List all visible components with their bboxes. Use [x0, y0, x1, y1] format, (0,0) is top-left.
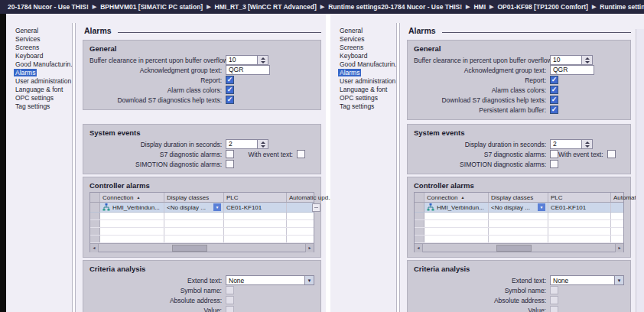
- breadcrumb-project-left[interactable]: 20-1784 Nucor - Use THIS!: [8, 3, 89, 11]
- symbol-name-checkbox[interactable]: [226, 286, 234, 294]
- sidebar-item-keyboard[interactable]: Keyboard: [14, 52, 72, 60]
- sidebar-item-opc-settings[interactable]: OPC settings: [14, 94, 72, 102]
- breadcrumb-runtime-right[interactable]: Runtime settings: [600, 3, 644, 11]
- simotion-diagnostic-label: SIMOTION diagnostic alarms:: [414, 161, 550, 168]
- display-classes-dropdown-icon[interactable]: ▼: [538, 203, 545, 211]
- breadcrumb-station-left[interactable]: BPHMVM01 [SIMATIC PC station]: [100, 3, 203, 11]
- sidebar-item-services[interactable]: Services: [14, 35, 72, 44]
- sidebar-item-user-administration[interactable]: User administration: [14, 77, 72, 86]
- buffer-clearance-input[interactable]: 10: [550, 55, 593, 65]
- col-plc[interactable]: PLC: [548, 193, 611, 202]
- value-checkbox[interactable]: [226, 306, 234, 312]
- table-row[interactable]: HMI_Verbindun... <No display ...▼ CE01-K…: [415, 203, 623, 213]
- simotion-diagnostic-checkbox[interactable]: [550, 160, 558, 168]
- ack-group-input[interactable]: QGR: [226, 65, 270, 75]
- extend-text-select[interactable]: None ▼: [226, 275, 314, 285]
- scrollbar-thumb[interactable]: [172, 245, 207, 252]
- spin-up-icon[interactable]: [261, 57, 265, 60]
- spin-down-icon[interactable]: [261, 61, 265, 63]
- extend-text-select[interactable]: None ▼: [550, 275, 624, 285]
- spin-up-icon[interactable]: [585, 57, 590, 60]
- spin-down-icon[interactable]: [261, 145, 265, 148]
- sidebar-splitter[interactable]: [396, 23, 400, 312]
- scroll-right-icon[interactable]: ►: [305, 244, 314, 252]
- spin-down-icon[interactable]: [585, 145, 590, 148]
- breadcrumb-hmi-left[interactable]: HMI_RT_3 [WinCC RT Advanced]: [215, 3, 317, 11]
- symbol-name-checkbox[interactable]: [550, 286, 558, 294]
- sidebar-item-alarms[interactable]: Alarms: [338, 69, 396, 77]
- dropdown-icon[interactable]: ▼: [304, 276, 314, 284]
- general-section-title: General: [89, 44, 314, 53]
- spinner-buttons[interactable]: [258, 139, 268, 149]
- sidebar-item-general[interactable]: General: [338, 27, 396, 35]
- automatic-update-checkbox[interactable]: [312, 203, 320, 212]
- report-checkbox[interactable]: [550, 76, 558, 84]
- horizontal-scrollbar[interactable]: ◄ ►: [90, 243, 314, 252]
- spin-down-icon[interactable]: [585, 61, 590, 63]
- with-event-text-checkbox[interactable]: [607, 150, 616, 158]
- display-duration-input[interactable]: 2: [550, 139, 593, 149]
- ack-group-input[interactable]: QGR: [550, 65, 594, 75]
- sidebar-item-language-font[interactable]: Language & font: [338, 86, 396, 94]
- col-connection[interactable]: Connection: [427, 194, 457, 201]
- breadcrumb-runtime-left[interactable]: Runtime settings: [328, 3, 381, 11]
- breadcrumb-device-right[interactable]: OP01-KF98 [TP1200 Comfort]: [497, 3, 588, 11]
- sidebar-item-tag-settings[interactable]: Tag settings: [338, 102, 396, 111]
- display-classes-cell: <No display ...: [167, 204, 206, 211]
- sidebar-item-alarms[interactable]: Alarms: [14, 69, 72, 77]
- alarm-class-colors-label: Alarm class colors:: [414, 86, 550, 94]
- display-duration-input[interactable]: 2: [226, 139, 268, 149]
- breadcrumb-project-right[interactable]: 20-1784 Nucor - Use THIS!: [381, 3, 462, 11]
- spinner-buttons[interactable]: [258, 55, 268, 65]
- table-row[interactable]: HMI_Verbindun... <No display ...▼ CE01-K…: [90, 203, 314, 213]
- spinner-buttons[interactable]: [582, 55, 593, 65]
- sidebar-item-general[interactable]: General: [14, 27, 72, 35]
- breadcrumb-hmi-right[interactable]: HMI: [473, 3, 486, 11]
- absolute-address-checkbox[interactable]: [226, 296, 234, 304]
- spin-up-icon[interactable]: [585, 141, 590, 144]
- s7-diagnostic-checkbox[interactable]: [226, 150, 234, 158]
- spinner-buttons[interactable]: [582, 139, 593, 149]
- value-checkbox[interactable]: [550, 306, 558, 312]
- alarm-class-colors-checkbox[interactable]: [550, 86, 558, 94]
- left-edge-strip: [0, 14, 6, 312]
- table-row-empty: [90, 236, 314, 243]
- with-event-text-label: With event text:: [248, 151, 297, 158]
- sidebar-item-screens[interactable]: Screens: [338, 44, 396, 52]
- sidebar-item-good-manufacturing[interactable]: Good Manufacturin...: [14, 60, 72, 69]
- scroll-right-icon[interactable]: ►: [615, 244, 623, 252]
- sidebar-item-keyboard[interactable]: Keyboard: [338, 52, 396, 60]
- sidebar-item-services[interactable]: Services: [338, 35, 396, 44]
- sidebar-item-tag-settings[interactable]: Tag settings: [14, 102, 72, 111]
- sidebar-splitter[interactable]: [72, 23, 76, 312]
- sidebar-item-language-font[interactable]: Language & font: [14, 86, 72, 94]
- vertical-scroll-strip[interactable]: [636, 29, 644, 312]
- buffer-clearance-input[interactable]: 10: [226, 55, 268, 65]
- sidebar-item-opc-settings[interactable]: OPC settings: [338, 94, 396, 102]
- sidebar-item-user-administration[interactable]: User administration: [338, 77, 396, 86]
- persistent-buffer-checkbox[interactable]: [550, 106, 558, 114]
- simotion-diagnostic-checkbox[interactable]: [226, 160, 234, 168]
- sidebar-item-screens[interactable]: Screens: [14, 44, 72, 52]
- col-plc[interactable]: PLC: [224, 193, 287, 202]
- alarm-class-colors-checkbox[interactable]: [226, 86, 234, 94]
- with-event-text-checkbox[interactable]: [297, 150, 305, 158]
- col-display-classes[interactable]: Display classes: [489, 193, 548, 202]
- report-checkbox[interactable]: [226, 76, 234, 84]
- scroll-left-icon[interactable]: ◄: [90, 244, 99, 252]
- scroll-left-icon[interactable]: ◄: [415, 244, 423, 252]
- horizontal-scrollbar[interactable]: ◄ ►: [415, 243, 623, 252]
- spin-up-icon[interactable]: [261, 141, 265, 144]
- dropdown-icon[interactable]: ▼: [614, 276, 623, 284]
- simotion-diagnostic-label: SIMOTION diagnostic alarms:: [89, 161, 226, 168]
- s7-diagnostic-checkbox[interactable]: [550, 150, 558, 158]
- download-s7-checkbox[interactable]: [550, 96, 558, 104]
- download-s7-checkbox[interactable]: [226, 96, 234, 104]
- absolute-address-checkbox[interactable]: [550, 296, 558, 304]
- plc-cell: CE01-KF101: [548, 203, 611, 212]
- display-classes-dropdown-icon[interactable]: ▼: [213, 203, 221, 211]
- scrollbar-thumb[interactable]: [496, 245, 532, 252]
- col-connection[interactable]: Connection: [102, 194, 133, 201]
- col-display-classes[interactable]: Display classes: [164, 193, 224, 202]
- sidebar-item-good-manufacturing[interactable]: Good Manufacturin...: [338, 60, 396, 69]
